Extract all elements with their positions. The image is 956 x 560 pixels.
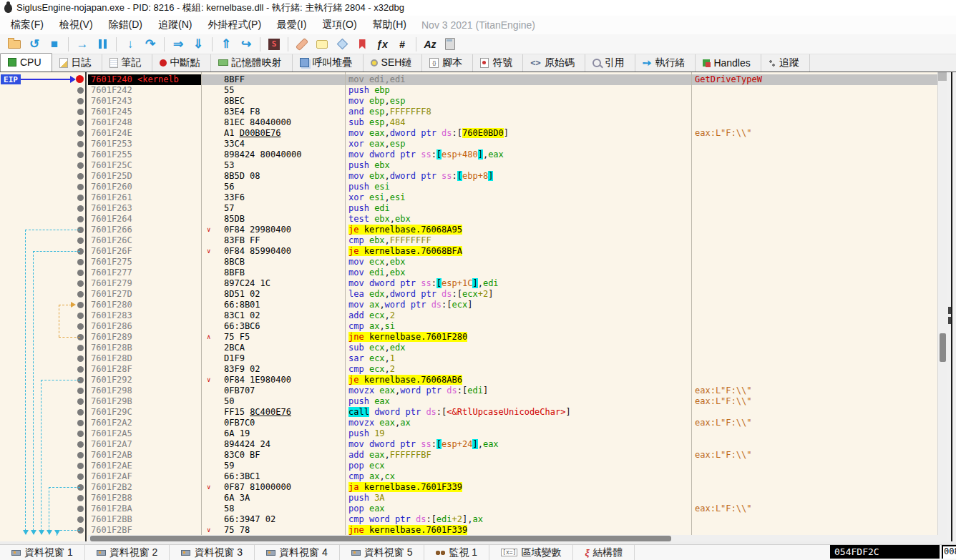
address-cell[interactable]: 7601F2A2 [88,418,201,428]
address-cell[interactable]: 7601F280 [88,300,201,310]
instruction-cell[interactable]: movzx eax,ax [345,418,691,428]
run-button[interactable]: → [73,36,92,53]
disasm-row[interactable]: 7601F255898424 80040000mov dword ptr ss:… [88,149,937,160]
menu-item-favourites[interactable]: 最愛(I) [269,16,314,34]
address-cell[interactable]: 7601F261 [88,192,201,203]
bytes-cell[interactable]: ∨75 78 [201,525,345,536]
comment-cell[interactable] [691,471,937,482]
instruction-cell[interactable]: add eax,FFFFFFBF [345,450,691,461]
breakpoint-dot[interactable] [77,463,84,469]
comment-cell[interactable] [691,300,937,310]
bytes-cell[interactable]: ∨0F84 85990400 [201,246,345,257]
comment-cell[interactable] [691,278,937,289]
breakpoint-dot[interactable] [77,162,84,169]
address-cell[interactable]: 7601F2A7 [88,439,201,450]
instruction-cell[interactable]: cmp word ptr ds:[edi+2],ax [345,514,691,525]
address-cell[interactable]: 7601F2A5 [88,428,201,439]
disasm-row[interactable]: 7601F26133F6xor esi,esi [88,192,937,203]
comment-cell[interactable] [691,514,937,525]
bytes-cell[interactable]: 83F9 02 [201,364,345,375]
disasm-row[interactable]: 7601F24EA1 D00B0E76mov eax,dword ptr ds:… [88,128,937,139]
comment-cell[interactable] [691,310,937,321]
instruction-cell[interactable]: push ebp [345,85,691,96]
disasm-row[interactable]: 7601F26F∨0F84 85990400je kernelbase.7606… [88,246,937,257]
open-file-button[interactable] [5,36,24,53]
address-cell[interactable]: 7601F25C [88,160,201,171]
comment-cell[interactable] [691,117,937,128]
address-cell[interactable]: 7601F286 [88,321,201,332]
address-cell[interactable]: 7601F2BA [88,503,201,514]
disasm-row[interactable]: 7601F26C83FB FFcmp ebx,FFFFFFFF [88,235,937,246]
disasm-row[interactable]: 7601F2AF66:3BC1cmp ax,cx [88,471,937,482]
tab-seh[interactable]: SEH鏈 [364,54,423,72]
comment-cell[interactable] [691,439,937,450]
address-cell[interactable]: 7601F275 [88,257,201,267]
disasm-row[interactable]: 7601F292∨0F84 1E980400je kernelbase.7606… [88,375,937,385]
disasm-row[interactable]: 7601F24583E4 F8and esp,FFFFFFF8 [88,107,937,117]
instruction-cell[interactable]: sar ecx,1 [345,353,691,364]
bytes-cell[interactable]: ∨0F84 1E980400 [201,375,345,385]
bytes-cell[interactable]: 83E4 F8 [201,107,345,117]
address-cell[interactable]: 7601F292 [88,375,201,385]
step-into-button[interactable]: ↓ [121,36,140,53]
bytes-cell[interactable]: 81EC 84040000 [201,117,345,128]
menu-item-trace[interactable]: 追蹤(N) [150,16,200,34]
comment-cell[interactable] [691,160,937,171]
run-to-user-code-button[interactable]: ↪ [237,36,255,53]
breakpoint-dot[interactable] [77,173,84,180]
disasm-row[interactable]: 7601F28F83F9 02cmp ecx,2 [88,364,937,375]
bytes-cell[interactable]: 6A 19 [201,428,345,439]
address-cell[interactable]: 7601F24E [88,128,201,139]
address-cell[interactable]: 7601F253 [88,139,201,149]
instruction-cell[interactable]: movzx eax,word ptr ds:[edi] [345,385,691,396]
breakpoint-dot[interactable] [77,216,84,222]
breakpoint-dot-active[interactable] [76,75,84,83]
bytes-cell[interactable]: 83C0 BF [201,450,345,461]
address-cell[interactable]: 7601F243 [88,96,201,107]
instruction-cell[interactable]: sub ecx,edx [345,343,691,353]
disasm-row[interactable]: 7601F28666:3BC6cmp ax,si [88,321,937,332]
disasm-row[interactable]: 7601F2A20FB7C0movzx eax,axeax:L"F:\\" [88,418,937,428]
vertical-scrollbar[interactable] [937,72,947,535]
disasm-row[interactable]: 7601F25C53push ebx [88,160,937,171]
tab-notes[interactable]: 筆記 [102,54,152,72]
comment-cell[interactable] [691,343,937,353]
instruction-cell[interactable]: push ebx [345,160,691,171]
instruction-cell[interactable]: je kernelbase.76068A95 [345,225,691,235]
instruction-cell[interactable]: mov ax,word ptr ds:[ecx] [345,300,691,310]
address-cell[interactable]: 7601F242 [88,85,201,96]
comment-cell[interactable]: eax:L"F:\\" [691,503,937,514]
bytes-cell[interactable]: 6A 3A [201,493,345,503]
bottom-tab-dump-2[interactable]: 資料視窗 2 [85,545,170,560]
instruction-cell[interactable]: mov dword ptr ss:[esp+480],eax [345,149,691,160]
address-cell[interactable]: 7601F283 [88,310,201,321]
bytes-cell[interactable]: 66:3BC6 [201,321,345,332]
tab-symbols[interactable]: 符號 [473,54,523,72]
bottom-tab-locals[interactable]: [x=]區域變數 [489,545,573,560]
disasm-row[interactable]: 7601F26485DBtest ebx,ebx [88,214,937,225]
disasm-row[interactable]: 7601F28383C1 02add ecx,2 [88,310,937,321]
breakpoint-dot[interactable] [77,345,84,351]
breakpoint-dot[interactable] [77,109,84,115]
breakpoint-dot[interactable] [77,516,84,523]
instruction-cell[interactable]: cmp ebx,FFFFFFFF [345,235,691,246]
disasm-row[interactable]: 7601F2AE59pop ecx [88,461,937,471]
bytes-cell[interactable]: 2BCA [201,343,345,353]
bytes-cell[interactable]: ∧75 F5 [201,332,345,343]
address-cell[interactable]: 7601F29C [88,407,201,418]
comment-cell[interactable] [691,257,937,267]
instruction-cell[interactable]: push 3A [345,493,691,503]
horizontal-scrollbar-thumb[interactable] [90,536,671,541]
address-cell[interactable]: 7601F26C [88,235,201,246]
address-cell[interactable]: 7601F29B [88,396,201,407]
step-over-button[interactable]: ↷ [141,36,160,53]
breakpoint-dot[interactable] [77,366,84,373]
tab-call-stack[interactable]: 呼叫堆疊 [293,54,364,72]
breakpoint-dot[interactable] [77,495,84,501]
comment-cell[interactable] [691,332,937,343]
address-cell[interactable]: 7601F2B2 [88,482,201,493]
comment-cell[interactable] [691,171,937,182]
comment-cell[interactable] [691,364,937,375]
bytes-cell[interactable]: 894424 24 [201,439,345,450]
comment-cell[interactable] [691,192,937,203]
